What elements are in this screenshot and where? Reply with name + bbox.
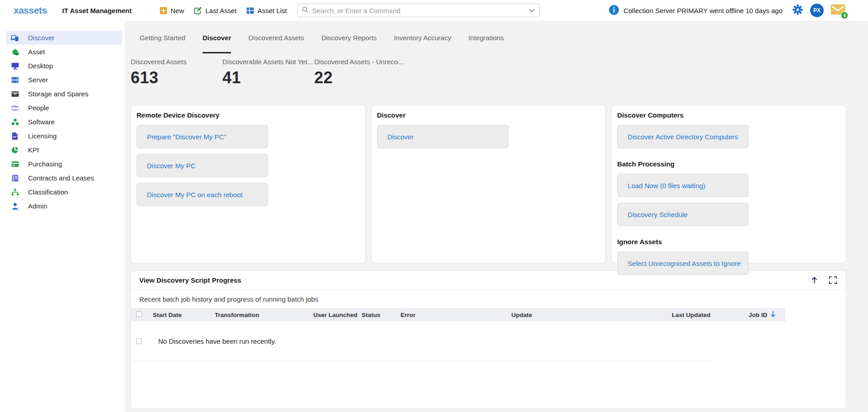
purchasing-card-icon bbox=[11, 160, 19, 168]
discover-button[interactable]: Discover bbox=[377, 125, 509, 148]
app-title: IT Asset Management bbox=[62, 7, 132, 14]
sidebar-item-label: Licensing bbox=[28, 132, 57, 140]
asset-list-label: Asset List bbox=[257, 7, 287, 14]
prepare-discover-my-pc-button[interactable]: Prepare "Discover My PC" bbox=[137, 125, 268, 148]
chevron-down-icon[interactable] bbox=[528, 6, 535, 14]
new-button[interactable]: New bbox=[160, 7, 184, 14]
stats-row: Discovered Assets 613 Discoverable Asset… bbox=[131, 58, 846, 87]
contracts-book-icon bbox=[11, 174, 19, 182]
panel-header-icons bbox=[811, 276, 837, 284]
asset-home-icon bbox=[11, 48, 19, 56]
search-input[interactable] bbox=[312, 7, 528, 14]
button-label: Load Now (0 files waiting) bbox=[627, 182, 705, 189]
sidebar-item-label: Purchasing bbox=[28, 160, 62, 168]
sidebar-item-server[interactable]: Server bbox=[6, 73, 122, 87]
column-error[interactable]: Error bbox=[401, 312, 511, 318]
sidebar-item-licensing[interactable]: Licensing bbox=[6, 129, 122, 143]
stat-label: Discoverable Assets Not Yet... bbox=[222, 58, 314, 66]
settings-gear-icon[interactable] bbox=[792, 4, 803, 17]
sidebar-item-software[interactable]: Software bbox=[6, 115, 122, 129]
last-asset-button[interactable]: Last Asset bbox=[194, 6, 236, 14]
discovery-progress-panel: View Discovery Script Progress Recent ba… bbox=[131, 270, 846, 409]
select-all-checkbox[interactable] bbox=[136, 311, 142, 317]
user-avatar[interactable]: PX bbox=[810, 4, 824, 17]
sidebar-item-desktop[interactable]: Desktop bbox=[6, 59, 122, 73]
column-last-updated[interactable]: Last Updated bbox=[672, 312, 749, 318]
app-logo[interactable]: xassets bbox=[14, 5, 47, 16]
stat-unrecognised: Discovered Assets - Unreco... 22 bbox=[314, 58, 404, 87]
empty-jobs-row: No Discoveries have been run recently. bbox=[131, 322, 712, 361]
column-transformation[interactable]: Transformation bbox=[215, 312, 313, 318]
stat-value: 613 bbox=[131, 68, 222, 87]
storage-box-icon bbox=[11, 90, 19, 98]
row-checkbox[interactable] bbox=[136, 338, 142, 344]
discover-active-directory-button[interactable]: Discover Active Directory Computers bbox=[617, 125, 749, 148]
jobs-table-header: Start Date Transformation User Launched … bbox=[131, 308, 785, 322]
tab-getting-started[interactable]: Getting Started bbox=[140, 28, 185, 53]
button-label: Select Unrecognised Assets to Ignore bbox=[627, 260, 741, 267]
header-actions: New Last Asset Asset List bbox=[160, 6, 287, 14]
collapse-up-arrow-icon[interactable] bbox=[811, 276, 818, 284]
header-right-cluster: Collection Server PRIMARY went offline 1… bbox=[609, 4, 868, 17]
column-label: Job ID bbox=[749, 312, 767, 318]
discover-card: Discover Discover bbox=[371, 105, 606, 263]
licensing-document-icon bbox=[11, 132, 19, 140]
stat-label: Discovered Assets - Unreco... bbox=[314, 58, 404, 66]
admin-person-icon bbox=[11, 202, 19, 210]
tab-discovered-assets[interactable]: Discovered Assets bbox=[248, 28, 304, 53]
card-title: Discover bbox=[377, 111, 600, 119]
section-tabs: Getting Started Discover Discovered Asse… bbox=[131, 28, 846, 53]
sidebar-item-admin[interactable]: Admin bbox=[6, 199, 122, 213]
action-cards-row: Remote Device Discovery Prepare "Discove… bbox=[131, 105, 846, 263]
stat-value: 22 bbox=[314, 68, 404, 87]
sidebar-item-label: Discover bbox=[28, 34, 54, 42]
load-now-button[interactable]: Load Now (0 files waiting) bbox=[617, 174, 749, 197]
empty-message: No Discoveries have been run recently. bbox=[158, 337, 276, 345]
discovery-schedule-button[interactable]: Discovery Schedule bbox=[617, 203, 749, 226]
sidebar-item-classification[interactable]: Classification bbox=[6, 185, 122, 199]
column-user-launched[interactable]: User Launched bbox=[313, 312, 362, 318]
tab-inventory-accuracy[interactable]: Inventory Accuracy bbox=[394, 28, 451, 53]
grid-table-icon bbox=[246, 7, 254, 14]
search-icon bbox=[302, 6, 309, 15]
discover-my-pc-each-reboot-button[interactable]: Discover My PC on each reboot bbox=[137, 183, 268, 206]
sidebar-item-kpi[interactable]: KPI bbox=[6, 143, 122, 157]
sidebar-nav: Discover Asset Desktop Server Storage an… bbox=[0, 21, 125, 412]
sidebar-item-label: Server bbox=[28, 76, 48, 84]
new-button-label: New bbox=[170, 7, 184, 14]
card-title: Discover Computers bbox=[617, 111, 840, 119]
column-job-id[interactable]: Job ID bbox=[749, 311, 785, 319]
sidebar-item-label: Asset bbox=[28, 48, 45, 56]
sort-descending-icon bbox=[770, 311, 776, 319]
software-cubes-icon bbox=[11, 118, 19, 126]
column-update[interactable]: Update bbox=[511, 312, 672, 318]
sidebar-item-label: KPI bbox=[28, 146, 39, 154]
last-asset-label: Last Asset bbox=[205, 7, 236, 14]
select-unrecognised-assets-button[interactable]: Select Unrecognised Assets to Ignore bbox=[617, 251, 749, 275]
sidebar-item-purchasing[interactable]: Purchasing bbox=[6, 157, 122, 171]
button-label: Discovery Schedule bbox=[627, 211, 688, 218]
sidebar-item-people[interactable]: People bbox=[6, 101, 122, 115]
sidebar-item-label: Admin bbox=[28, 202, 47, 210]
stat-discovered-assets: Discovered Assets 613 bbox=[131, 58, 222, 87]
command-search[interactable] bbox=[297, 4, 540, 17]
asset-list-button[interactable]: Asset List bbox=[246, 7, 287, 14]
tab-discover[interactable]: Discover bbox=[203, 28, 231, 53]
column-start-date[interactable]: Start Date bbox=[153, 312, 215, 318]
server-offline-notification: Collection Server PRIMARY went offline 1… bbox=[609, 5, 783, 16]
sidebar-item-storage-and-spares[interactable]: Storage and Spares bbox=[6, 87, 122, 101]
expand-fullscreen-icon[interactable] bbox=[829, 276, 837, 284]
sidebar-item-contracts-and-leases[interactable]: Contracts and Leases bbox=[6, 171, 122, 185]
people-group-icon bbox=[11, 104, 19, 112]
panel-subtitle: Recent batch job history and progress of… bbox=[131, 290, 846, 308]
tab-discovery-reports[interactable]: Discovery Reports bbox=[321, 28, 377, 53]
discover-my-pc-button[interactable]: Discover My PC bbox=[137, 154, 268, 177]
button-label: Discover bbox=[387, 133, 414, 141]
info-icon bbox=[609, 5, 619, 16]
column-status[interactable]: Status bbox=[362, 312, 401, 318]
sidebar-item-discover[interactable]: Discover bbox=[6, 31, 122, 45]
sidebar-item-asset[interactable]: Asset bbox=[6, 45, 122, 59]
sidebar-item-label: Storage and Spares bbox=[28, 90, 88, 98]
messages-button[interactable]: 4 bbox=[830, 4, 845, 17]
tab-integrations[interactable]: Integrations bbox=[468, 28, 504, 53]
